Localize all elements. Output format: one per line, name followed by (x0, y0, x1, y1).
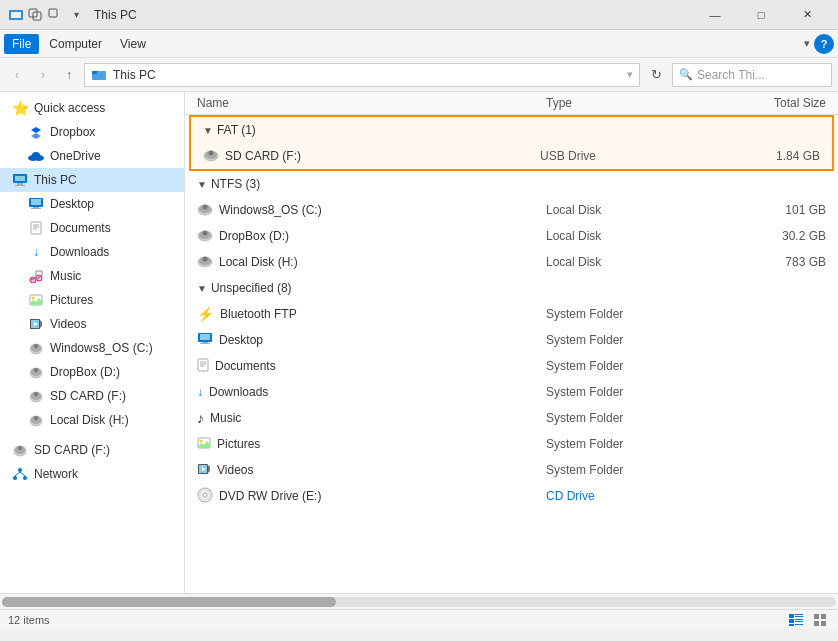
file-type-desktop2: System Folder (546, 333, 726, 347)
file-type-sdcard: USB Drive (540, 149, 720, 163)
downloads2-icon: ↓ (197, 385, 203, 399)
address-path-text: This PC (113, 68, 156, 82)
sidebar-item-documents[interactable]: Documents (0, 216, 184, 240)
window-controls[interactable]: — □ ✕ (692, 0, 830, 30)
svg-marker-8 (31, 133, 41, 139)
address-path[interactable]: This PC ▾ (84, 63, 640, 87)
sidebar-item-dropbox[interactable]: Dropbox (0, 120, 184, 144)
desktop-icon (28, 196, 44, 212)
sidebar-item-sdcard-f[interactable]: SD CARD (F:) (0, 384, 184, 408)
sidebar-label-documents: Documents (50, 221, 111, 235)
sidebar-label-win8os: Windows8_OS (C:) (50, 341, 153, 355)
sidebar-item-localh[interactable]: Local Disk (H:) (0, 408, 184, 432)
menu-view[interactable]: View (112, 34, 154, 54)
menu-computer[interactable]: Computer (41, 34, 110, 54)
search-box[interactable]: 🔍 Search Thi... (672, 63, 832, 87)
sidebar-item-downloads[interactable]: ↓ Downloads (0, 240, 184, 264)
svg-point-53 (13, 476, 17, 480)
address-dropdown-icon[interactable]: ▾ (627, 68, 633, 81)
help-button[interactable]: ? (814, 34, 834, 54)
refresh-button[interactable]: ↻ (644, 63, 668, 87)
menu-file[interactable]: File (4, 34, 39, 54)
svg-rect-97 (821, 621, 826, 626)
downloads-icon: ↓ (28, 244, 44, 260)
sidebar-item-network[interactable]: Network (0, 462, 184, 486)
col-header-size[interactable]: Total Size (726, 96, 826, 110)
file-type-videos2: System Folder (546, 463, 726, 477)
sidebar-label-videos: Videos (50, 317, 86, 331)
file-type-docs2: System Folder (546, 359, 726, 373)
group-label-ntfs: NTFS (3) (211, 177, 260, 191)
file-row-localh[interactable]: Local Disk (H:) Local Disk 783 GB (185, 249, 838, 275)
file-row-pictures2[interactable]: Pictures System Folder (185, 431, 838, 457)
svg-rect-18 (33, 207, 39, 208)
file-row-docs2[interactable]: Documents System Folder (185, 353, 838, 379)
sidebar-label-thispc: This PC (34, 173, 77, 187)
group-header-fat[interactable]: ▼ FAT (1) (191, 117, 832, 143)
scroll-track[interactable] (2, 597, 836, 607)
file-name-bluetooth: ⚡ Bluetooth FTP (197, 306, 546, 322)
sidebar-label-localh: Local Disk (H:) (50, 413, 129, 427)
file-row-desktop2[interactable]: Desktop System Folder (185, 327, 838, 353)
file-row-sdcard[interactable]: SD CARD (F:) USB Drive 1.84 GB (191, 143, 832, 169)
minimize-button[interactable]: — (692, 0, 738, 30)
forward-button[interactable]: › (32, 64, 54, 86)
svg-rect-86 (789, 614, 794, 618)
title-icon-3 (48, 7, 64, 23)
sidebar-label-pictures: Pictures (50, 293, 93, 307)
group-header-unspecified[interactable]: ▼ Unspecified (8) (185, 275, 838, 301)
maximize-button[interactable]: □ (738, 0, 784, 30)
app-icon (8, 7, 24, 23)
file-name-sdcard: SD CARD (F:) (203, 148, 540, 165)
col-header-name[interactable]: Name (197, 96, 546, 110)
details-view-button[interactable] (786, 611, 806, 629)
sidebar-item-sdcard[interactable]: SD CARD (F:) (0, 438, 184, 462)
file-row-videos2[interactable]: Videos System Folder (185, 457, 838, 483)
svg-point-54 (23, 476, 27, 480)
file-row-dvd[interactable]: DVD RW Drive (E:) CD Drive (185, 483, 838, 509)
expand-ribbon-icon[interactable]: ▾ (804, 37, 810, 50)
file-row-downloads2[interactable]: ↓ Downloads System Folder (185, 379, 838, 405)
videos2-icon (197, 463, 211, 478)
win8os-icon (28, 340, 44, 356)
sidebar-item-win8os[interactable]: Windows8_OS (C:) (0, 336, 184, 360)
scroll-thumb[interactable] (2, 597, 336, 607)
col-header-type[interactable]: Type (546, 96, 726, 110)
documents-icon (28, 220, 44, 236)
svg-line-55 (15, 472, 20, 476)
file-row-music2[interactable]: ♪ Music System Folder (185, 405, 838, 431)
desktop2-icon (197, 332, 213, 349)
tiles-view-button[interactable] (810, 611, 830, 629)
close-button[interactable]: ✕ (784, 0, 830, 30)
svg-rect-88 (795, 616, 803, 617)
address-bar: ‹ › ↑ This PC ▾ ↻ 🔍 Search Thi... (0, 58, 838, 92)
sidebar-item-dropboxd[interactable]: DropBox (D:) (0, 360, 184, 384)
sidebar-label-dropbox: Dropbox (50, 125, 95, 139)
svg-point-51 (18, 446, 22, 450)
sidebar-item-quickaccess[interactable]: ⭐ Quick access (0, 96, 184, 120)
svg-rect-19 (31, 208, 41, 209)
title-icon-2 (28, 7, 44, 23)
pictures-icon (28, 292, 44, 308)
sidebar-item-desktop[interactable]: Desktop (0, 192, 184, 216)
sidebar-item-onedrive[interactable]: OneDrive (0, 144, 184, 168)
svg-rect-72 (200, 343, 210, 344)
file-size-dropboxd: 30.2 GB (726, 229, 826, 243)
svg-rect-4 (49, 9, 57, 17)
file-type-bluetooth: System Folder (546, 307, 726, 321)
up-button[interactable]: ↑ (58, 64, 80, 86)
file-row-bluetooth[interactable]: ⚡ Bluetooth FTP System Folder (185, 301, 838, 327)
horizontal-scrollbar[interactable] (0, 593, 838, 609)
group-unspecified: ▼ Unspecified (8) ⚡ Bluetooth FTP System… (185, 275, 838, 509)
sidebar-item-pictures[interactable]: Pictures (0, 288, 184, 312)
svg-rect-1 (11, 12, 21, 18)
sidebar-item-thispc[interactable]: This PC (0, 168, 184, 192)
back-button[interactable]: ‹ (6, 64, 28, 86)
file-row-dropboxd[interactable]: DropBox (D:) Local Disk 30.2 GB (185, 223, 838, 249)
group-header-ntfs[interactable]: ▼ NTFS (3) (185, 171, 838, 197)
sidebar-item-videos[interactable]: Videos (0, 312, 184, 336)
file-name-dvd: DVD RW Drive (E:) (197, 487, 546, 506)
winc-icon (197, 202, 213, 219)
sidebar-item-music[interactable]: Music (0, 264, 184, 288)
file-row-winc[interactable]: Windows8_OS (C:) Local Disk 101 GB (185, 197, 838, 223)
